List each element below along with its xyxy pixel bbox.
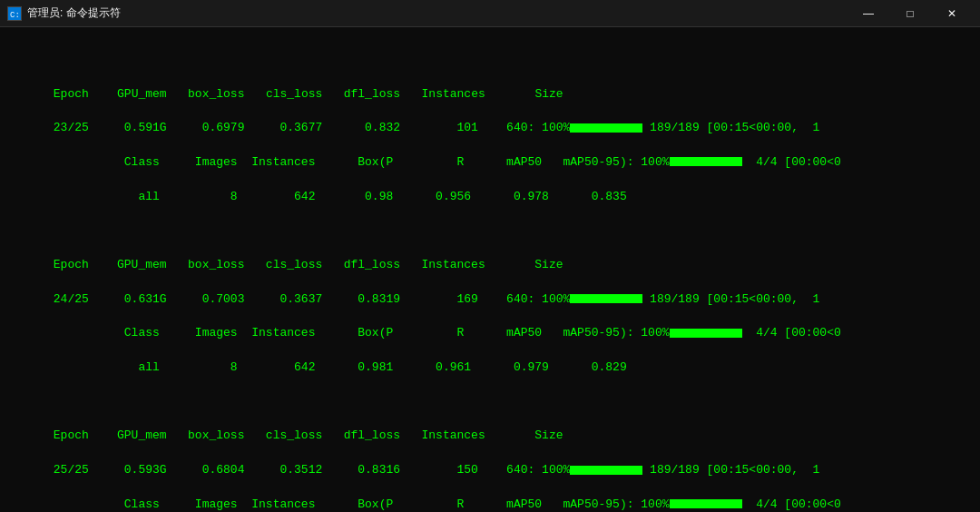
cmd-icon: C: — [7, 6, 22, 21]
titlebar-controls: — □ ✕ — [848, 0, 973, 27]
close-button[interactable]: ✕ — [931, 0, 973, 27]
line-epoch24: 24/25 0.631G 0.7003 0.3637 0.8319 169 64… — [11, 291, 969, 309]
line-val25: Class Images Instances Box(P R mAP50 mAP… — [11, 497, 969, 512]
line-header2: Epoch GPU_mem box_loss cls_loss dfl_loss… — [11, 257, 969, 274]
col-cls: cls_loss — [266, 87, 322, 101]
terminal: Epoch GPU_mem box_loss cls_loss dfl_loss… — [0, 27, 980, 512]
line-val24: Class Images Instances Box(P R mAP50 mAP… — [11, 325, 969, 342]
titlebar-title: 管理员: 命令提示符 — [27, 5, 121, 21]
progress-bar-23 — [570, 123, 642, 133]
line-all24: all 8 642 0.981 0.961 0.979 0.829 — [11, 359, 969, 377]
col-box: box_loss — [188, 87, 244, 101]
line-blank3 — [11, 394, 969, 411]
progress-bar-val23 — [670, 157, 742, 166]
titlebar: C: 管理员: 命令提示符 — □ ✕ — [0, 0, 980, 27]
col-size: Size — [534, 87, 563, 101]
line-header1: Epoch GPU_mem box_loss cls_loss dfl_loss… — [11, 86, 969, 103]
col-gpu: GPU_mem — [117, 87, 167, 101]
svg-text:C:: C: — [10, 11, 20, 20]
progress-bar-val25 — [670, 499, 742, 508]
minimize-button[interactable]: — — [848, 0, 889, 27]
line-blank1 — [11, 52, 969, 69]
maximize-button[interactable]: □ — [889, 0, 931, 27]
line-val23: Class Images Instances Box(P R mAP50 mAP… — [11, 154, 969, 172]
col-inst: Instances — [422, 87, 485, 101]
terminal-content: Epoch GPU_mem box_loss cls_loss dfl_loss… — [11, 52, 969, 512]
line-header3: Epoch GPU_mem box_loss cls_loss dfl_loss… — [11, 428, 969, 445]
col-epoch: Epoch — [54, 87, 89, 101]
line-epoch23: 23/25 0.591G 0.6979 0.3677 0.832 101 640… — [11, 120, 969, 137]
progress-bar-25 — [570, 466, 642, 475]
titlebar-left: C: 管理员: 命令提示符 — [7, 5, 121, 21]
progress-bar-val24 — [670, 329, 742, 338]
line-blank2 — [11, 222, 969, 240]
line-epoch25: 25/25 0.593G 0.6804 0.3512 0.8316 150 64… — [11, 462, 969, 479]
col-dfl: dfl_loss — [344, 87, 400, 101]
line-all23: all 8 642 0.98 0.956 0.978 0.835 — [11, 189, 969, 206]
progress-bar-24 — [570, 294, 642, 303]
